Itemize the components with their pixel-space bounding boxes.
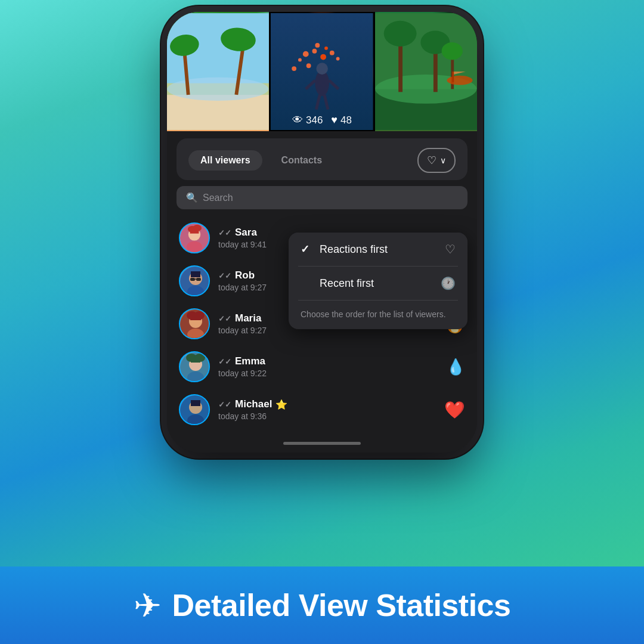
heart-icon: ♥ (331, 114, 338, 126)
photo-thumb-ocean: 👁 346 ♥ 48 (271, 12, 373, 131)
dropdown-hint: Choose the order for the list of viewers… (289, 301, 467, 329)
tabs-bar: All viewers Contacts ♡ ∨ (177, 138, 467, 180)
svg-rect-43 (190, 228, 199, 233)
search-bar[interactable]: 🔍 Search (177, 186, 467, 209)
stats-overlay: 👁 346 ♥ 48 (292, 114, 352, 126)
svg-rect-48 (190, 278, 195, 281)
viewer-name: ✓✓ Michael ⭐ (218, 398, 436, 410)
avatar (179, 394, 210, 425)
sort-button[interactable]: ♡ ∨ (417, 148, 456, 173)
svg-rect-56 (190, 315, 201, 320)
svg-rect-66 (191, 400, 200, 406)
svg-point-3 (167, 78, 268, 101)
avatar (179, 308, 210, 339)
checkmark-icon: ✓ (301, 243, 312, 256)
search-placeholder: Search (203, 193, 233, 203)
photo-thumb-island (375, 12, 477, 131)
home-indicator (167, 434, 477, 453)
check-double-icon: ✓✓ (218, 400, 231, 409)
check-double-icon: ✓✓ (218, 228, 231, 237)
likes-count: 48 (340, 114, 352, 126)
sort-reactions-label: Reactions first (320, 243, 438, 256)
svg-point-30 (383, 21, 416, 47)
check-double-icon: ✓✓ (218, 314, 231, 323)
heart-outline-icon: ♡ (427, 154, 436, 167)
phone-wrapper: 👁 346 ♥ 48 (167, 12, 477, 453)
viewer-info: ✓✓ Emma today at 9:22 (218, 355, 438, 378)
svg-point-10 (303, 51, 309, 57)
sort-option-reactions[interactable]: ✓ Reactions first ♡ (289, 233, 467, 266)
viewer-name: ✓✓ Emma (218, 355, 438, 367)
svg-point-19 (292, 66, 297, 71)
svg-rect-49 (196, 278, 201, 281)
svg-point-40 (187, 242, 202, 252)
viewer-time: today at 9:36 (218, 411, 436, 421)
home-bar (283, 442, 361, 445)
svg-rect-62 (191, 357, 200, 363)
telegram-logo: ✈ (134, 586, 162, 625)
svg-rect-36 (452, 72, 454, 82)
reaction-emoji: 💧 (446, 358, 465, 376)
search-icon: 🔍 (186, 192, 198, 203)
sort-dropdown: ✓ Reactions first ♡ Recent first 🕐 Choos… (289, 233, 467, 329)
svg-rect-47 (191, 271, 200, 277)
list-item[interactable]: ✓✓ Michael ⭐ today at 9:36 ❤️ (167, 388, 477, 431)
eye-icon: 👁 (292, 114, 303, 126)
star-badge: ⭐ (275, 399, 287, 410)
svg-point-12 (321, 54, 327, 60)
likes-stat: ♥ 48 (331, 114, 352, 126)
heart-outline-icon: ♡ (445, 242, 456, 256)
views-count: 346 (306, 114, 323, 126)
svg-point-14 (298, 58, 302, 61)
check-double-icon: ✓✓ (218, 357, 231, 366)
avatar (179, 265, 210, 296)
avatar (179, 351, 210, 382)
svg-point-13 (330, 51, 335, 55)
chevron-down-icon: ∨ (440, 156, 446, 165)
tab-all-viewers[interactable]: All viewers (188, 150, 262, 171)
photo-thumb-beach (167, 12, 269, 131)
viewer-info: ✓✓ Michael ⭐ today at 9:36 (218, 398, 436, 421)
svg-point-17 (306, 63, 311, 68)
phone: 👁 346 ♥ 48 (167, 12, 477, 453)
avatar (179, 222, 210, 253)
svg-point-11 (312, 49, 317, 54)
svg-point-35 (447, 76, 472, 85)
bottom-bar: ✈ Detailed View Statistics (0, 566, 644, 644)
photo-thumbnails: 👁 346 ♥ 48 (167, 12, 477, 131)
sort-recent-label: Recent first (320, 277, 434, 290)
reaction-emoji: ❤️ (444, 400, 465, 420)
svg-point-34 (441, 42, 462, 60)
sort-option-recent[interactable]: Recent first 🕐 (289, 267, 467, 300)
svg-point-15 (315, 43, 320, 48)
viewer-time: today at 9:22 (218, 369, 438, 378)
views-stat: 👁 346 (292, 114, 323, 126)
clock-icon: 🕐 (441, 276, 456, 290)
svg-point-16 (324, 47, 328, 50)
svg-point-21 (317, 63, 329, 75)
svg-point-18 (336, 57, 340, 61)
tab-contacts[interactable]: Contacts (270, 150, 334, 171)
bottom-title: Detailed View Statistics (172, 587, 511, 623)
list-item[interactable]: ✓✓ Emma today at 9:22 💧 (167, 345, 477, 388)
check-double-icon: ✓✓ (218, 271, 231, 280)
